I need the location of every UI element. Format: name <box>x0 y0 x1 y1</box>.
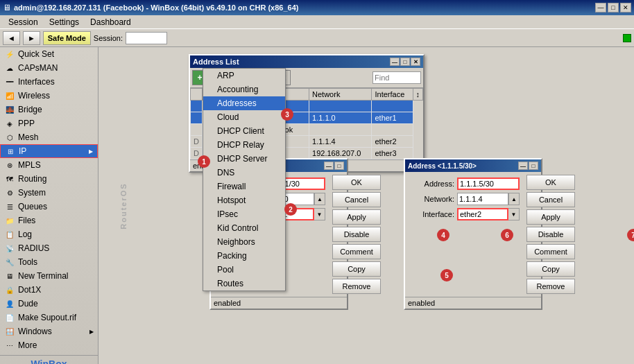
submenu-pool[interactable]: Pool <box>203 263 285 277</box>
submenu-ipsec[interactable]: IPsec <box>203 207 285 221</box>
interface-dropdown-1[interactable]: ▼ <box>314 208 325 220</box>
comment-button-1[interactable]: Comment <box>332 244 381 259</box>
row-flag <box>191 101 203 112</box>
submenu-accounting[interactable]: Accounting <box>203 83 285 96</box>
interfaces-icon: ━━ <box>4 78 15 86</box>
submenu-hotspot[interactable]: Hotspot <box>203 193 285 207</box>
interface-field-group-2: ▼ <box>457 208 520 220</box>
submenu-cloud[interactable]: Cloud <box>203 110 285 124</box>
address-list-close[interactable]: ✕ <box>411 58 420 66</box>
remove-button-2[interactable]: Remove <box>526 279 575 294</box>
bridge-icon: 🌉 <box>4 105 15 114</box>
submenu-routes[interactable]: Routes <box>203 277 285 291</box>
safe-mode-button[interactable]: Safe Mode <box>43 31 91 45</box>
submenu-neighbors[interactable]: Neighbors <box>203 235 285 249</box>
address-list-title-btns: — □ ✕ <box>390 58 420 66</box>
apply-button-2[interactable]: Apply <box>526 209 575 225</box>
submenu-dhcp-server[interactable]: DHCP Server <box>203 152 285 166</box>
wireless-icon: 📶 <box>4 92 15 100</box>
submenu-firewall[interactable]: Firewall <box>203 180 285 193</box>
submenu-dhcp-client[interactable]: DHCP Client <box>203 124 285 138</box>
sidebar-item-mesh[interactable]: ⬡ Mesh <box>0 130 98 144</box>
copy-button-2[interactable]: Copy <box>526 261 575 277</box>
sidebar-item-capsman[interactable]: ☁ CAPsMAN <box>0 61 98 75</box>
sidebar-label-ppp: PPP <box>18 119 35 128</box>
sidebar-item-make-supout[interactable]: 📄 Make Supout.rif <box>0 311 98 324</box>
col-interface[interactable]: Interface <box>372 89 413 101</box>
sidebar-item-log[interactable]: 📋 Log <box>0 227 98 241</box>
sidebar-item-quick-set[interactable]: ⚡ Quick Set <box>0 47 98 61</box>
sidebar-item-tools[interactable]: 🔧 Tools <box>0 255 98 269</box>
sidebar-label-windows: Windows <box>18 327 52 336</box>
network-input-2[interactable] <box>457 193 508 205</box>
session-input[interactable] <box>126 32 167 44</box>
sidebar-item-bridge[interactable]: 🌉 Bridge <box>0 103 98 116</box>
submenu-kid-control[interactable]: Kid Control <box>203 221 285 235</box>
ok-button-2[interactable]: OK <box>526 175 575 190</box>
col-sort[interactable]: ↕ <box>413 89 423 101</box>
sidebar-item-radius[interactable]: 📡 RADIUS <box>0 241 98 255</box>
submenu-packing[interactable]: Packing <box>203 249 285 263</box>
sidebar-item-new-terminal[interactable]: 🖥 New Terminal <box>0 269 98 283</box>
sidebar-item-windows[interactable]: 🪟 Windows ▶ <box>0 324 98 338</box>
sidebar-item-queues[interactable]: ☰ Queues <box>0 200 98 214</box>
addr-dialog2-minimize[interactable]: — <box>518 162 528 170</box>
close-button[interactable]: ✕ <box>620 3 631 12</box>
apply-button-1[interactable]: Apply <box>332 209 381 225</box>
sidebar-item-ppp[interactable]: ◈ PPP <box>0 116 98 130</box>
sidebar-item-mpls[interactable]: ⊛ MPLS <box>0 158 98 172</box>
interface-dropdown-2[interactable]: ▼ <box>508 208 520 220</box>
field-row-interface-2: Interface: ▼ <box>409 208 520 220</box>
sidebar-item-system[interactable]: ⚙ System <box>0 186 98 200</box>
back-button[interactable]: ◄ <box>3 31 20 45</box>
submenu-addresses[interactable]: Addresses <box>203 96 285 110</box>
submenu-arp[interactable]: ARP <box>203 69 285 83</box>
network-scroll-up-2[interactable]: ▲ <box>508 193 520 205</box>
minimize-button[interactable]: — <box>595 3 606 12</box>
badge-2: 2 <box>284 203 297 216</box>
ip-icon: ⊞ <box>5 147 16 155</box>
row-network <box>309 101 372 112</box>
submenu-dhcp-relay[interactable]: DHCP Relay <box>203 138 285 152</box>
network-scroll-up[interactable]: ▲ <box>314 193 325 205</box>
address-input-2[interactable] <box>457 177 520 190</box>
address-search-input[interactable] <box>372 71 421 84</box>
address-list-maximize[interactable]: □ <box>400 58 410 66</box>
sidebar-item-routing[interactable]: 🗺 Routing <box>0 172 98 186</box>
disable-button-2[interactable]: Disable <box>526 227 575 242</box>
address-dialog-2: Address <1.1.1.5/30> — □ Address: Networ… <box>404 158 542 310</box>
address-list-minimize[interactable]: — <box>390 58 400 66</box>
main-layout: ⚡ Quick Set ☁ CAPsMAN ━━ Interfaces 📶 Wi… <box>0 47 634 364</box>
remove-button-1[interactable]: Remove <box>332 279 381 294</box>
row-flag: D <box>191 136 203 148</box>
sidebar-item-dot1x[interactable]: 🔒 Dot1X <box>0 283 98 297</box>
maximize-button[interactable]: □ <box>608 3 619 12</box>
submenu-dns[interactable]: DNS <box>203 166 285 180</box>
col-network[interactable]: Network <box>309 89 372 101</box>
copy-button-1[interactable]: Copy <box>332 261 381 277</box>
capsman-icon: ☁ <box>4 64 15 72</box>
sidebar-item-wireless[interactable]: 📶 Wireless <box>0 89 98 103</box>
comment-button-2[interactable]: Comment <box>526 244 575 259</box>
sidebar-item-files[interactable]: 📁 Files <box>0 214 98 227</box>
interface-input-2[interactable] <box>457 208 508 220</box>
menu-session[interactable]: Session <box>3 16 44 28</box>
menu-settings[interactable]: Settings <box>44 16 85 28</box>
sidebar: ⚡ Quick Set ☁ CAPsMAN ━━ Interfaces 📶 Wi… <box>0 47 98 364</box>
files-icon: 📁 <box>4 216 15 225</box>
ok-button-1[interactable]: OK <box>332 175 381 190</box>
menu-dashboard[interactable]: Dashboard <box>85 16 137 28</box>
disable-button-1[interactable]: Disable <box>332 227 381 242</box>
cancel-button-1[interactable]: Cancel <box>332 192 381 207</box>
sidebar-item-dude[interactable]: 👤 Dude <box>0 297 98 311</box>
forward-button[interactable]: ► <box>23 31 40 45</box>
addr-dialog2-maximize[interactable]: □ <box>529 162 538 170</box>
sidebar-item-interfaces[interactable]: ━━ Interfaces <box>0 75 98 89</box>
sidebar-item-more[interactable]: ⋯ More <box>0 338 98 352</box>
app-icon: 🖥 <box>3 3 11 12</box>
addr-dialog1-maximize[interactable]: □ <box>334 162 344 170</box>
sidebar-item-ip[interactable]: ⊞ IP ▶ <box>0 144 98 158</box>
addr-dialog1-minimize[interactable]: — <box>324 162 334 170</box>
cancel-button-2[interactable]: Cancel <box>526 192 575 207</box>
sidebar-label-system: System <box>18 188 46 198</box>
